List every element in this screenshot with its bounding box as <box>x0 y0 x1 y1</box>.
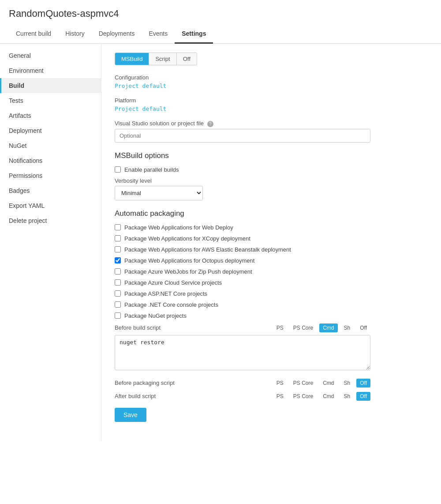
configuration-label: Configuration <box>115 74 428 81</box>
pkg-aws-checkbox[interactable] <box>115 246 121 252</box>
pkg-xcopy-checkbox[interactable] <box>115 235 121 241</box>
msbuild-options-title: MSBuild options <box>115 151 428 160</box>
build-type-tabs: MSBuild Script Off <box>115 53 197 65</box>
sidebar-item-general[interactable]: General <box>0 48 101 63</box>
configuration-group: Configuration Project default <box>115 74 428 89</box>
platform-label: Platform <box>115 97 428 104</box>
before-pkg-cmd-tab[interactable]: Cmd <box>319 379 337 387</box>
sidebar-item-export-yaml[interactable]: Export YAML <box>0 198 101 213</box>
pkg-web-deploy-checkbox[interactable] <box>115 224 121 230</box>
before-build-cmd-tab[interactable]: Cmd <box>319 323 337 332</box>
automatic-packaging-title: Automatic packaging <box>115 209 428 218</box>
app-title: RandomQuotes-aspmvc4 <box>0 0 441 25</box>
after-build-script-row: After build script PS PS Core Cmd Sh Off <box>115 392 370 401</box>
nav-deployments[interactable]: Deployments <box>92 25 142 44</box>
pkg-zip-push-label: Package Azure WebJobs for Zip Push deplo… <box>124 268 252 275</box>
before-pkg-ps-tab[interactable]: PS <box>273 379 287 387</box>
enable-parallel-builds-row: Enable parallel builds <box>115 166 428 173</box>
before-packaging-script-tabs: PS PS Core Cmd Sh Off <box>273 379 370 387</box>
pkg-octopus-label: Package Web Applications for Octopus dep… <box>124 257 254 264</box>
enable-parallel-builds-checkbox[interactable] <box>115 166 121 173</box>
pkg-nuget-label: Package NuGet projects <box>124 312 187 319</box>
pkg-octopus-row: Package Web Applications for Octopus dep… <box>115 257 428 264</box>
sidebar-item-permissions[interactable]: Permissions <box>0 168 101 183</box>
before-build-script-textarea[interactable]: nuget restore <box>115 335 370 370</box>
pkg-xcopy-row: Package Web Applications for XCopy deplo… <box>115 235 428 242</box>
pkg-aws-label: Package Web Applications for AWS Elastic… <box>124 246 291 253</box>
pkg-xcopy-label: Package Web Applications for XCopy deplo… <box>124 235 250 242</box>
before-build-sh-tab[interactable]: Sh <box>340 323 354 332</box>
after-build-script-tabs: PS PS Core Cmd Sh Off <box>273 392 370 401</box>
after-build-ps-core-tab[interactable]: PS Core <box>290 392 317 401</box>
after-build-ps-tab[interactable]: PS <box>273 392 287 401</box>
before-pkg-ps-core-tab[interactable]: PS Core <box>290 379 317 387</box>
sidebar-item-delete-project[interactable]: Delete project <box>0 213 101 228</box>
after-build-cmd-tab[interactable]: Cmd <box>319 392 337 401</box>
sidebar: General Environment Build Tests Artifact… <box>0 44 101 441</box>
sidebar-item-deployment[interactable]: Deployment <box>0 123 101 138</box>
vs-solution-input[interactable] <box>115 129 370 143</box>
pkg-web-deploy-label: Package Web Applications for Web Deploy <box>124 224 233 231</box>
after-build-script-label: After build script <box>115 393 156 399</box>
pkg-octopus-checkbox[interactable] <box>115 257 121 263</box>
pkg-aspnet-core-row: Package ASP.NET Core projects <box>115 290 428 297</box>
before-packaging-script-row: Before packaging script PS PS Core Cmd S… <box>115 379 370 387</box>
verbosity-label: Verbosity level <box>115 177 428 184</box>
before-build-script-row: Before build script PS PS Core Cmd Sh Of… <box>115 323 370 332</box>
pkg-aspnet-core-label: Package ASP.NET Core projects <box>124 290 207 297</box>
before-build-script-tabs: PS PS Core Cmd Sh Off <box>273 323 370 332</box>
before-build-off-tab[interactable]: Off <box>356 323 370 332</box>
main-layout: General Environment Build Tests Artifact… <box>0 44 441 441</box>
pkg-nuget-checkbox[interactable] <box>115 312 121 319</box>
configuration-value[interactable]: Project default <box>115 83 428 89</box>
after-build-sh-tab[interactable]: Sh <box>340 392 354 401</box>
pkg-aws-row: Package Web Applications for AWS Elastic… <box>115 246 428 253</box>
pkg-cloud-service-checkbox[interactable] <box>115 279 121 286</box>
sidebar-item-badges[interactable]: Badges <box>0 183 101 198</box>
pkg-cloud-service-row: Package Azure Cloud Service projects <box>115 279 428 286</box>
sidebar-item-environment[interactable]: Environment <box>0 63 101 78</box>
sidebar-item-tests[interactable]: Tests <box>0 93 101 108</box>
build-tab-off[interactable]: Off <box>177 53 197 65</box>
sidebar-item-build[interactable]: Build <box>0 78 101 93</box>
pkg-nuget-row: Package NuGet projects <box>115 312 428 319</box>
pkg-cloud-service-label: Package Azure Cloud Service projects <box>124 279 222 286</box>
build-tab-script[interactable]: Script <box>149 53 176 65</box>
pkg-zip-push-checkbox[interactable] <box>115 268 121 275</box>
nav-current-build[interactable]: Current build <box>9 25 58 44</box>
vs-solution-help-icon[interactable]: ? <box>207 121 213 127</box>
pkg-dotnet-core-checkbox[interactable] <box>115 301 121 308</box>
build-tab-msbuild[interactable]: MSBuild <box>115 53 149 65</box>
pkg-zip-push-row: Package Azure WebJobs for Zip Push deplo… <box>115 268 428 275</box>
before-build-ps-core-tab[interactable]: PS Core <box>290 323 317 332</box>
before-packaging-script-label: Before packaging script <box>115 380 175 386</box>
after-build-off-tab[interactable]: Off <box>356 392 370 401</box>
verbosity-select[interactable]: Minimal Normal Detailed Diagnostic Quiet <box>115 186 203 200</box>
nav-settings[interactable]: Settings <box>175 25 213 44</box>
vs-solution-group: Visual Studio solution or project file ? <box>115 120 428 143</box>
nav-history[interactable]: History <box>58 25 92 44</box>
sidebar-item-artifacts[interactable]: Artifacts <box>0 108 101 123</box>
platform-group: Platform Project default <box>115 97 428 112</box>
pkg-dotnet-core-label: Package .NET Core console projects <box>124 301 218 308</box>
pkg-aspnet-core-checkbox[interactable] <box>115 290 121 297</box>
before-pkg-sh-tab[interactable]: Sh <box>340 379 354 387</box>
pkg-web-deploy-row: Package Web Applications for Web Deploy <box>115 224 428 231</box>
vs-solution-label: Visual Studio solution or project file ? <box>115 120 428 127</box>
top-nav: Current build History Deployments Events… <box>0 25 441 44</box>
before-build-ps-tab[interactable]: PS <box>273 323 287 332</box>
enable-parallel-builds-label: Enable parallel builds <box>124 166 179 173</box>
verbosity-group: Verbosity level Minimal Normal Detailed … <box>115 177 428 200</box>
sidebar-item-nuget[interactable]: NuGet <box>0 138 101 153</box>
main-content: MSBuild Script Off Configuration Project… <box>101 44 441 441</box>
platform-value[interactable]: Project default <box>115 105 428 112</box>
save-button[interactable]: Save <box>115 408 146 422</box>
nav-events[interactable]: Events <box>142 25 175 44</box>
before-build-script-label: Before build script <box>115 324 161 331</box>
sidebar-item-notifications[interactable]: Notifications <box>0 153 101 168</box>
pkg-dotnet-core-row: Package .NET Core console projects <box>115 301 428 308</box>
before-pkg-off-tab[interactable]: Off <box>356 379 370 387</box>
